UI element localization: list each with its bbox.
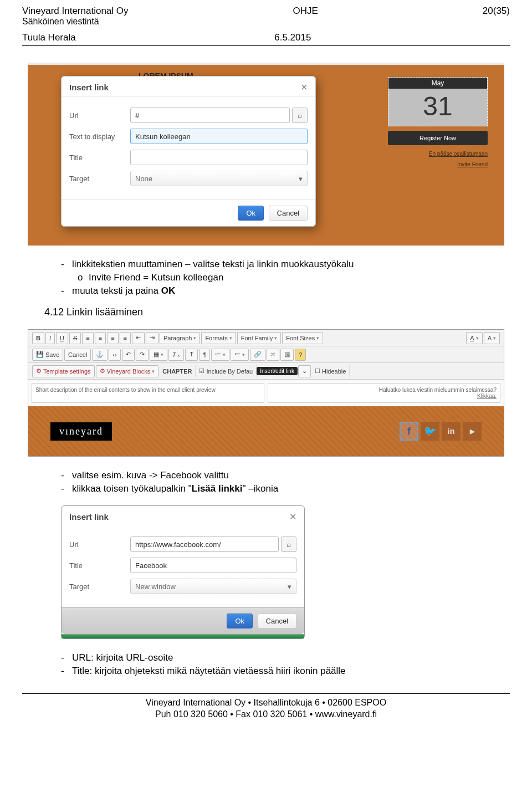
header-company: Vineyard International Oy <box>22 6 129 17</box>
pilcrow-icon[interactable]: ¶ <box>199 349 210 361</box>
screenshot-editor-toolbar: B I U S ≡ ≡ ≡ ≡ ⇤ ⇥ Paragraph Formats Fo… <box>28 329 504 457</box>
header-date: 6.5.2015 <box>274 32 311 43</box>
title-input[interactable] <box>130 558 296 573</box>
target-select[interactable]: None ▾ <box>130 171 308 186</box>
font-sizes-select[interactable]: Font Sizes <box>282 332 323 344</box>
linkedin-icon[interactable]: in <box>442 422 461 441</box>
hideable-checkbox[interactable]: ☐ Hideable <box>311 365 350 377</box>
anchor-icon[interactable]: ⚓ <box>92 349 108 361</box>
modal-title: Insert link <box>69 512 109 522</box>
target-label: Target <box>69 582 130 591</box>
target-label: Target <box>69 175 130 183</box>
footer-line1: Vineyard International Oy • Itsehallinto… <box>22 697 510 709</box>
header-page: 20(35) <box>483 6 510 17</box>
header-subtitle: Sähköinen viestintä <box>22 17 510 27</box>
list-item: Title: kirjoita ohjeteksti mikä näytetää… <box>61 666 510 677</box>
side-link-1[interactable]: En pääse osallistumaan <box>388 151 488 157</box>
image-icon[interactable]: ▧ <box>280 349 294 361</box>
twitter-icon[interactable]: 🐦 <box>421 422 439 441</box>
ok-button[interactable]: Ok <box>227 614 253 628</box>
url-input[interactable] <box>130 108 290 123</box>
screenshot-insert-link-dialog: LOREM IPSUM Insert link ✕ Url ⌕ Text to … <box>28 63 504 246</box>
register-now-button[interactable]: Register Now <box>388 131 488 145</box>
clear-format-icon[interactable]: Tₓ <box>168 349 185 361</box>
bg-color-button[interactable]: A <box>484 332 500 344</box>
url-label: Url <box>69 540 130 549</box>
unlink-icon[interactable]: ⤫ <box>267 349 279 361</box>
strike-button[interactable]: S <box>69 332 81 344</box>
numbered-list-icon[interactable]: ≔ <box>231 349 249 361</box>
month-label: May <box>388 78 487 89</box>
indent-icon[interactable]: ⇥ <box>146 332 158 344</box>
strip <box>62 634 304 638</box>
font-family-select[interactable]: Font Family <box>237 332 281 344</box>
underline-button[interactable]: U <box>56 332 68 344</box>
side-link-invite[interactable]: Invite Friend <box>388 161 488 167</box>
instruction-list-3: URL: kirjoita URL-osoite Title: kirjoita… <box>22 652 510 677</box>
bullet-list-icon[interactable]: ≔ <box>211 349 229 361</box>
instruction-list-2: valitse esim. kuva -> Facebook valittu k… <box>22 470 510 494</box>
template-settings-button[interactable]: ⚙ Template settings <box>32 365 95 377</box>
insert-link-modal: Insert link ✕ Url ⌕ Text to display Titl… <box>61 76 316 227</box>
title-input[interactable] <box>130 150 308 165</box>
modal-title: Insert link <box>69 83 109 92</box>
vineyard-blocks-button[interactable]: ⚙ Vineyard Blocks <box>96 365 159 377</box>
text-to-display-input[interactable] <box>130 129 308 144</box>
list-sub-item: Invite Friend = Kutsun kolleegan <box>61 272 510 283</box>
header-author: Tuula Herala <box>22 32 76 43</box>
side-calendar-panel: May 31 Register Now En pääse osallistuma… <box>388 77 488 172</box>
paragraph-select[interactable]: Paragraph <box>160 332 200 344</box>
cancel-button[interactable]: Cancel <box>64 349 91 361</box>
include-by-default-checkbox[interactable]: ☑ Include By Defau <box>196 365 257 377</box>
preview-right-cell: Haluatko lukea viestin mieluummin selaim… <box>268 383 500 403</box>
toolbar-row-2: 💾 Save Cancel ⚓ ‹› ↶ ↷ ▦ Tₓ ⤒ ¶ ≔ ≔ 🔗 ⤫ … <box>28 346 504 363</box>
youtube-icon[interactable]: ▶ <box>463 422 482 441</box>
browse-icon[interactable]: ⌕ <box>281 536 296 552</box>
section-heading: 4.12 Linkin lisääminen <box>44 306 510 318</box>
help-icon[interactable]: ? <box>295 349 306 361</box>
preview-left-cell: Short description of the email contents … <box>32 383 264 403</box>
bold-button[interactable]: B <box>32 332 44 344</box>
cancel-button[interactable]: Cancel <box>258 614 296 628</box>
text-color-button[interactable]: A <box>466 332 482 344</box>
formats-select[interactable]: Formats <box>201 332 236 344</box>
align-justify-icon[interactable]: ≡ <box>120 332 131 344</box>
ok-button[interactable]: Ok <box>238 206 264 221</box>
align-center-icon[interactable]: ≡ <box>95 332 106 344</box>
link-icon[interactable]: 🔗 <box>250 349 265 361</box>
insert-edit-link-tooltip: Insert/edit link <box>257 367 298 375</box>
cancel-button[interactable]: Cancel <box>269 206 308 221</box>
url-label: Url <box>69 111 130 120</box>
list-item: linkkitekstien muuttaminen – valitse tek… <box>61 259 510 270</box>
undo-icon[interactable]: ↶ <box>122 349 135 361</box>
save-button[interactable]: 💾 Save <box>32 349 63 361</box>
close-icon[interactable]: ✕ <box>300 82 308 93</box>
align-right-icon[interactable]: ≡ <box>107 332 118 344</box>
list-item: valitse esim. kuva -> Facebook valittu <box>61 470 510 481</box>
upload-icon[interactable]: ⤒ <box>185 349 198 361</box>
redo-icon[interactable]: ↷ <box>136 349 149 361</box>
dropdown-icon[interactable]: ⌄ <box>298 365 311 377</box>
browse-icon[interactable]: ⌕ <box>292 108 308 123</box>
table-icon[interactable]: ▦ <box>150 349 167 361</box>
toolbar-row-1: B I U S ≡ ≡ ≡ ≡ ⇤ ⇥ Paragraph Formats Fo… <box>28 330 504 346</box>
vineyard-logo: vıneyard <box>50 422 112 441</box>
instruction-list-1: linkkitekstien muuttaminen – valitse tek… <box>22 259 510 297</box>
facebook-icon[interactable]: f <box>400 422 418 441</box>
title-label: Title <box>69 154 130 162</box>
chevron-down-icon: ▾ <box>299 175 303 183</box>
chapter-label: CHAPTER <box>159 365 196 377</box>
align-left-icon[interactable]: ≡ <box>82 332 93 344</box>
chevron-down-icon: ▾ <box>288 582 291 591</box>
list-item: URL: kirjoita URL-osoite <box>61 652 510 663</box>
italic-button[interactable]: I <box>45 332 55 344</box>
close-icon[interactable]: ✕ <box>289 512 296 522</box>
list-item: muuta teksti ja paina OK <box>61 285 510 297</box>
outdent-icon[interactable]: ⇤ <box>132 332 145 344</box>
code-icon[interactable]: ‹› <box>109 349 120 361</box>
title-label: Title <box>69 561 130 570</box>
day-number: 31 <box>388 89 487 126</box>
target-select[interactable]: New window ▾ <box>130 579 296 594</box>
url-input[interactable] <box>130 536 279 552</box>
header-doctype: OHJE <box>293 6 318 17</box>
